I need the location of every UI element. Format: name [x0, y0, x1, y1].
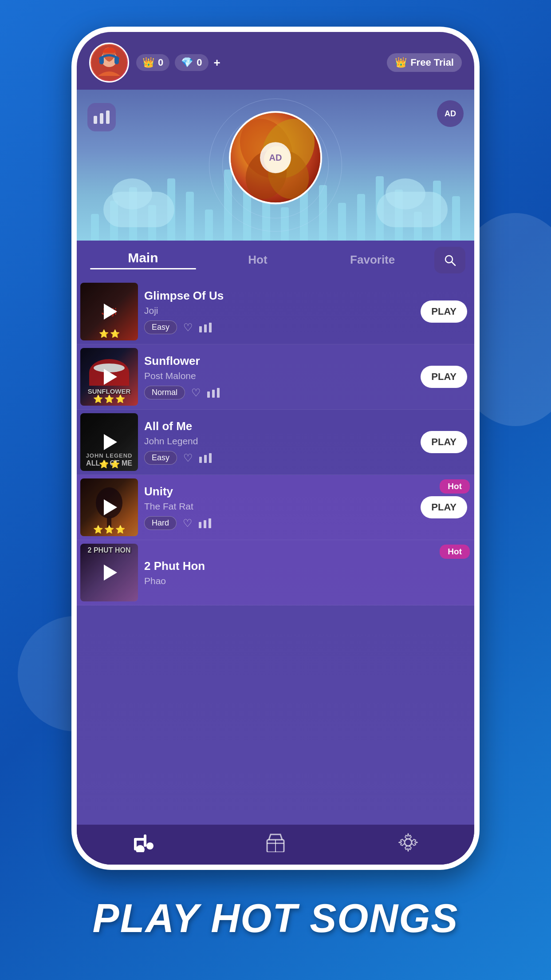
- song-item: JOHN LEGEND ALL ★ OF ME ⭐ ⭐ All of Me Jo…: [77, 410, 474, 475]
- gold-currency: 👑 0: [136, 54, 169, 71]
- svg-rect-23: [209, 453, 212, 463]
- song-thumbnail[interactable]: Joji ⭐ ⭐: [80, 283, 138, 340]
- difficulty-badge: Hard: [144, 516, 177, 530]
- audio-bar: [148, 205, 156, 241]
- play-overlay: [80, 544, 138, 601]
- play-button[interactable]: PLAY: [421, 366, 467, 388]
- tab-main-label: Main: [90, 250, 196, 265]
- tab-main[interactable]: Main: [86, 241, 201, 279]
- tab-hot[interactable]: Hot: [201, 243, 315, 277]
- audio-bar: [433, 181, 441, 241]
- song-item: SUNFLOWER ⭐ ⭐ ⭐ Sunflower Post Malone: [77, 344, 474, 410]
- avatar[interactable]: [89, 43, 129, 83]
- search-button[interactable]: [434, 247, 465, 273]
- svg-rect-17: [209, 323, 212, 332]
- tab-main-underline: [90, 268, 196, 269]
- song-thumbnail[interactable]: JOHN LEGEND ALL ★ OF ME ⭐ ⭐: [80, 413, 138, 471]
- play-button[interactable]: PLAY: [421, 300, 467, 323]
- song-info: Glimpse Of Us Joji Easy ♡: [138, 284, 421, 340]
- svg-rect-16: [204, 324, 207, 332]
- nav-settings[interactable]: [342, 833, 474, 852]
- song-artist: Post Malone: [144, 371, 414, 381]
- ad-icon-label: AD: [445, 109, 456, 119]
- tab-favorite-label: Favorite: [319, 253, 425, 267]
- song-thumbnail[interactable]: ⭐ ⭐ ⭐: [80, 478, 138, 536]
- play-button[interactable]: PLAY: [421, 431, 467, 453]
- svg-rect-21: [199, 457, 202, 463]
- difficulty-badge: Easy: [144, 320, 177, 334]
- play-button-label: PLAY: [431, 306, 457, 317]
- gold-value: 0: [158, 57, 163, 68]
- song-thumbnail[interactable]: SUNFLOWER ⭐ ⭐ ⭐: [80, 348, 138, 406]
- song-artist: Phao: [144, 576, 468, 586]
- audio-bar: [110, 201, 118, 241]
- song-info: Sunflower Post Malone Normal ♡: [138, 349, 421, 405]
- play-button-label: PLAY: [431, 436, 457, 447]
- nav-music[interactable]: [77, 833, 209, 852]
- favorite-button[interactable]: ♡: [183, 517, 193, 530]
- nav-shop[interactable]: [209, 833, 342, 852]
- play-triangle-icon: [104, 369, 117, 385]
- song-title: Glimpse Of Us: [144, 289, 414, 303]
- hot-badge: Hot: [440, 545, 470, 559]
- add-currency-button[interactable]: +: [214, 56, 220, 70]
- song-artist: Joji: [144, 305, 414, 316]
- play-triangle-icon: [104, 434, 117, 450]
- bottom-nav: [77, 825, 474, 865]
- favorite-button[interactable]: ♡: [191, 387, 201, 399]
- svg-point-37: [405, 839, 412, 846]
- album-art[interactable]: AD: [229, 111, 322, 204]
- play-button-label: PLAY: [431, 371, 457, 382]
- free-trial-button[interactable]: 👑 Free Trial: [387, 53, 462, 72]
- svg-line-14: [452, 262, 455, 265]
- hot-badge: Hot: [440, 479, 470, 494]
- audio-bar: [357, 194, 365, 241]
- svg-rect-5: [94, 116, 97, 124]
- gem-icon: 💎: [181, 57, 193, 68]
- play-button[interactable]: PLAY: [421, 496, 467, 518]
- favorite-button[interactable]: ♡: [183, 452, 193, 464]
- svg-rect-7: [106, 111, 110, 124]
- song-info: All of Me John Legend Easy ♡: [138, 414, 421, 470]
- gem-value: 0: [197, 57, 202, 68]
- stats-icon[interactable]: [199, 453, 212, 463]
- song-info: 2 Phut Hon Phao: [138, 554, 474, 592]
- song-thumbnail[interactable]: 2 PHUT HON: [80, 544, 138, 601]
- visualizer-area: AD AD: [77, 90, 474, 241]
- song-title: Sunflower: [144, 354, 414, 368]
- stats-icon[interactable]: [207, 388, 220, 398]
- top-bar: 👑 0 💎 0 + 👑 Free Trial: [77, 32, 474, 90]
- song-artist: John Legend: [144, 436, 414, 447]
- phone-screen: 👑 0 💎 0 + 👑 Free Trial: [77, 32, 474, 865]
- song-item-hot: 2 PHUT HON 2 Phut Hon Phao Hot: [77, 540, 474, 605]
- svg-rect-27: [204, 520, 206, 528]
- ad-button[interactable]: AD: [437, 100, 464, 127]
- svg-rect-22: [204, 455, 207, 463]
- tab-favorite[interactable]: Favorite: [315, 243, 430, 277]
- song-meta: Easy ♡: [144, 320, 414, 334]
- svg-rect-6: [100, 113, 103, 124]
- svg-rect-18: [207, 391, 210, 398]
- music-note-icon: [131, 833, 154, 852]
- album-ad-label: AD: [260, 142, 291, 173]
- stats-icon[interactable]: [199, 323, 212, 332]
- settings-icon: [398, 833, 418, 852]
- difficulty-badge: Normal: [144, 386, 185, 399]
- phone-frame: 👑 0 💎 0 + 👑 Free Trial: [71, 27, 480, 870]
- svg-rect-28: [209, 518, 211, 528]
- play-triangle-icon: [104, 304, 117, 320]
- currency-group: 👑 0 💎 0 +: [136, 54, 380, 71]
- tab-bar: Main Hot Favorite: [77, 241, 474, 279]
- favorite-button[interactable]: ♡: [183, 321, 193, 334]
- difficulty-badge: Easy: [144, 451, 177, 465]
- stats-button[interactable]: [87, 103, 116, 131]
- song-item: Joji ⭐ ⭐ Glimpse Of Us Joji Easy ♡: [77, 279, 474, 344]
- play-triangle-icon: [104, 565, 117, 581]
- svg-rect-33: [134, 838, 146, 841]
- audio-bar: [395, 190, 403, 241]
- tagline-area: PLAY HOT SONGS: [93, 870, 459, 980]
- song-info: Unity The Fat Rat Hard ♡: [138, 479, 421, 535]
- stats-icon[interactable]: [199, 518, 211, 528]
- song-artist: The Fat Rat: [144, 501, 414, 512]
- shop-icon: [265, 833, 286, 852]
